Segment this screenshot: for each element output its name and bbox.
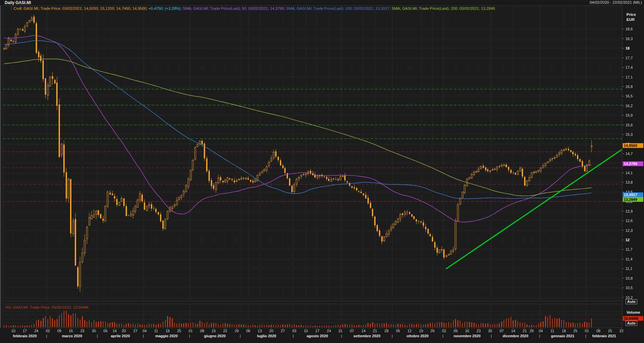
svg-text:17: 17 — [315, 329, 319, 333]
sma50-legend-text: SMA; GASI.MI; Trade Price(Last); 50; 03/… — [183, 6, 286, 10]
svg-text:10,8: 10,8 — [625, 276, 633, 280]
svg-text:11: 11 — [550, 329, 554, 333]
price-legend[interactable]: Cndl; GASI.MI; Trade Price; 03/02/2021; … — [13, 6, 495, 10]
svg-text:15,6: 15,6 — [625, 123, 633, 127]
svg-text:10: 10 — [11, 329, 15, 333]
svg-text:marzo 2020: marzo 2020 — [62, 334, 82, 338]
time-axis[interactable]: 1017240209162330061420270411182501081522… — [11, 328, 623, 338]
candle-change-text: +0,4750; (+3,28%); — [149, 6, 183, 10]
svg-text:14: 14 — [511, 329, 515, 333]
svg-text:|: | — [341, 334, 342, 338]
svg-text:16,5: 16,5 — [625, 94, 633, 98]
svg-text:06: 06 — [103, 329, 107, 333]
svg-text:04: 04 — [142, 329, 147, 333]
svg-text:aprile 2020: aprile 2020 — [111, 334, 130, 338]
svg-text:14,7: 14,7 — [625, 152, 633, 156]
svg-text:06: 06 — [246, 329, 250, 333]
legend-left-tick — [11, 6, 11, 10]
svg-text:15,3: 15,3 — [625, 132, 633, 136]
svg-text:13,8: 13,8 — [625, 180, 633, 184]
svg-text:18: 18 — [562, 329, 566, 333]
svg-text:12,6: 12,6 — [625, 219, 633, 223]
volume-auto-button[interactable]: Auto — [625, 321, 637, 326]
svg-text:settembre 2020: settembre 2020 — [353, 334, 380, 338]
svg-text:29: 29 — [235, 329, 239, 333]
svg-text:16,2: 16,2 — [625, 104, 633, 108]
svg-text:16: 16 — [465, 329, 469, 333]
svg-text:21: 21 — [373, 329, 377, 333]
svg-text:giugno 2020: giugno 2020 — [204, 334, 226, 338]
svg-text:26: 26 — [430, 329, 434, 333]
volume-value-flag: 10,944M — [623, 316, 643, 321]
svg-text:16: 16 — [69, 329, 73, 333]
svg-text:05: 05 — [396, 329, 400, 333]
svg-text:ottobre 2020: ottobre 2020 — [407, 334, 428, 338]
svg-text:11,7: 11,7 — [625, 247, 633, 251]
volume-legend[interactable]: Vol; GASI.MI; Trade Price; 03/02/2021; 1… — [5, 305, 88, 309]
svg-text:|: | — [491, 334, 492, 338]
svg-text:07: 07 — [350, 329, 354, 333]
svg-text:23: 23 — [80, 329, 84, 333]
svg-text:02: 02 — [442, 329, 446, 333]
svg-text:10: 10 — [304, 329, 308, 333]
price-axis-title-line1: Price — [626, 12, 636, 17]
svg-text:11: 11 — [154, 329, 158, 333]
svg-text:08: 08 — [596, 329, 600, 333]
svg-text:24: 24 — [34, 329, 38, 333]
svg-text:agosto 2020: agosto 2020 — [307, 334, 328, 338]
chart-header: Daily GASI.MI 04/02/2020 - 22/02/2021 (M… — [0, 0, 644, 5]
chart-canvas[interactable]: 18,618,31817,717,417,116,816,516,215,915… — [0, 0, 644, 343]
svg-text:15,9: 15,9 — [625, 113, 633, 117]
svg-text:10,5: 10,5 — [625, 286, 633, 290]
svg-text:16,8: 16,8 — [625, 85, 633, 89]
chart-window: 18,618,31817,717,417,116,816,516,215,915… — [0, 0, 644, 343]
svg-text:22: 22 — [223, 329, 227, 333]
sma100-value-flag: 13,3917 — [623, 192, 643, 197]
svg-text:|: | — [392, 334, 393, 338]
svg-text:09: 09 — [453, 329, 457, 333]
price-auto-button[interactable]: Auto — [625, 299, 637, 304]
svg-text:12,3: 12,3 — [625, 228, 633, 232]
svg-text:luglio 2020: luglio 2020 — [257, 334, 276, 338]
svg-text:|: | — [293, 334, 294, 338]
svg-text:gennaio 2021: gennaio 2021 — [551, 334, 575, 338]
svg-text:12,9: 12,9 — [625, 209, 633, 213]
svg-text:18: 18 — [625, 46, 630, 50]
svg-text:14: 14 — [112, 329, 117, 333]
svg-text:25: 25 — [573, 329, 577, 333]
svg-text:17,1: 17,1 — [625, 75, 633, 79]
svg-text:30: 30 — [92, 329, 96, 333]
candle-legend-text: Cndl; GASI.MI; Trade Price; 03/02/2021; … — [13, 6, 149, 10]
svg-text:02: 02 — [46, 329, 50, 333]
svg-text:21: 21 — [523, 329, 527, 333]
svg-text:19: 19 — [419, 329, 423, 333]
svg-text:15: 15 — [608, 329, 612, 333]
svg-text:17: 17 — [23, 329, 27, 333]
svg-text:17,4: 17,4 — [625, 65, 633, 69]
svg-text:febbraio 2021: febbraio 2021 — [592, 334, 616, 338]
svg-text:12: 12 — [625, 238, 630, 242]
volume-axis-title: Volume — [626, 310, 640, 314]
svg-text:30: 30 — [488, 329, 492, 333]
date-range-label: 04/02/2020 - 22/02/2021 (MIL) — [590, 0, 642, 4]
price-axis-title: Price EUR — [626, 12, 636, 22]
svg-text:14,1: 14,1 — [625, 171, 633, 175]
sma50-value-flag: 14,3799 — [623, 161, 643, 166]
svg-text:12: 12 — [408, 329, 412, 333]
svg-text:03: 03 — [292, 329, 296, 333]
svg-text:27: 27 — [281, 329, 285, 333]
svg-text:23: 23 — [477, 329, 481, 333]
svg-text:07: 07 — [500, 329, 504, 333]
svg-text:24: 24 — [327, 329, 331, 333]
svg-text:|: | — [143, 334, 144, 338]
svg-text:18: 18 — [165, 329, 169, 333]
svg-text:dicembre 2020: dicembre 2020 — [503, 334, 528, 338]
svg-text:11,1: 11,1 — [625, 267, 633, 271]
last-price-flag: 14,9500 — [623, 143, 643, 148]
svg-text:25: 25 — [177, 329, 181, 333]
plot-background — [0, 5, 622, 328]
svg-text:27: 27 — [133, 329, 137, 333]
svg-text:13: 13 — [258, 329, 262, 333]
sma200-legend-text: SMA; GASI.MI; Trade Price(Last); 200; 03… — [392, 6, 495, 10]
sma100-legend-text: SMA; GASI.MI; Trade Price(Last); 100; 03… — [286, 6, 391, 10]
